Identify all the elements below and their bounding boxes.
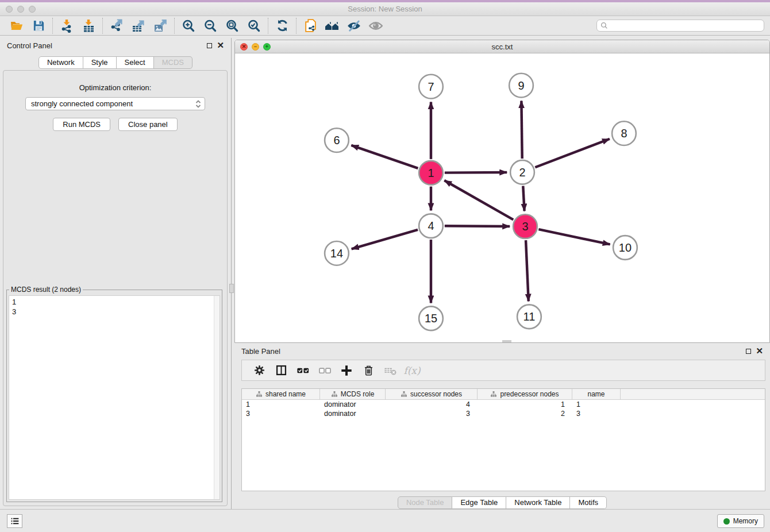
result-line: 1 <box>12 297 217 307</box>
panel-splitter-handle[interactable] <box>229 284 234 293</box>
overview-homes-icon[interactable] <box>321 18 343 34</box>
close-panel-icon[interactable]: ✕ <box>217 43 224 48</box>
add-row-icon[interactable] <box>338 363 355 379</box>
tab-edge-table[interactable]: Edge Table <box>452 496 506 509</box>
export-network-icon[interactable] <box>106 18 128 34</box>
graph-edge-2-9[interactable] <box>521 101 522 159</box>
control-panel: Control Panel ✕ Network Style Select MCD… <box>0 38 232 509</box>
search-input[interactable] <box>610 22 760 30</box>
memory-status-icon <box>723 518 730 525</box>
split-columns-icon[interactable] <box>273 363 289 379</box>
graph-node-14[interactable]: 14 <box>325 241 349 265</box>
mcds-tab-content: Optimization criterion: strongly connect… <box>3 70 228 506</box>
close-panel-button[interactable]: Close panel <box>118 118 178 131</box>
column-header-predecessor-nodes[interactable]: predecessor nodes <box>478 389 572 399</box>
cell-shared-name[interactable]: 3 <box>242 410 320 418</box>
graph-edge-2-8[interactable] <box>535 139 610 168</box>
column-header-mcds-role[interactable]: MCDS role <box>320 389 386 399</box>
zoom-selected-icon[interactable] <box>243 18 265 34</box>
search-box[interactable] <box>596 20 764 32</box>
tab-mcds[interactable]: MCDS <box>154 56 192 69</box>
task-history-button[interactable] <box>7 514 22 528</box>
tab-network[interactable]: Network <box>38 56 83 69</box>
graph-node-15[interactable]: 15 <box>419 306 443 330</box>
graph-edge-3-1[interactable] <box>444 180 513 219</box>
graph-edge-2-3[interactable] <box>523 186 524 211</box>
network-window-titlebar[interactable]: ✕ − + scc.txt <box>235 40 769 53</box>
mcds-result-text[interactable]: 1 3 <box>9 295 220 500</box>
column-header-shared-name[interactable]: shared name <box>242 389 320 399</box>
column-header-successor-nodes[interactable]: successor nodes <box>386 389 478 399</box>
graph-node-1[interactable]: 1 <box>419 161 443 185</box>
table-toolbar: f(x) <box>241 360 765 381</box>
cell-mcds-role[interactable]: dominator <box>320 400 386 408</box>
main-area: Control Panel ✕ Network Style Select MCD… <box>0 38 770 509</box>
cell-successor-nodes[interactable]: 4 <box>386 400 478 408</box>
zoom-out-icon[interactable] <box>199 18 221 34</box>
graph-node-6[interactable]: 6 <box>325 128 349 152</box>
tab-motifs[interactable]: Motifs <box>570 496 607 509</box>
graph-edge-4-3[interactable] <box>445 226 510 226</box>
export-table-icon[interactable] <box>128 18 149 34</box>
refresh-network-icon[interactable] <box>271 18 293 34</box>
deselect-all-columns-icon[interactable] <box>317 363 333 379</box>
mcds-result-title: MCDS result (2 nodes) <box>9 286 83 294</box>
graph-edge-3-11[interactable] <box>526 240 529 301</box>
result-scrollbar[interactable] <box>214 296 220 499</box>
float-table-panel-icon[interactable] <box>746 349 751 354</box>
memory-button[interactable]: Memory <box>717 514 764 528</box>
column-header-name[interactable]: name <box>572 389 621 399</box>
network-view-window: ✕ − + scc.txt 7968124314101511 <box>234 40 770 343</box>
import-table-icon[interactable] <box>78 18 99 34</box>
float-panel-icon[interactable] <box>207 43 212 48</box>
select-all-columns-icon[interactable] <box>295 363 311 379</box>
graph-edge-1-2[interactable] <box>445 172 507 173</box>
network-window-title: scc.txt <box>235 43 769 51</box>
cell-name[interactable]: 1 <box>572 400 621 408</box>
graph-edge-3-10[interactable] <box>538 229 610 244</box>
hide-details-icon[interactable] <box>343 18 365 34</box>
tab-node-table[interactable]: Node Table <box>398 496 453 509</box>
tab-style[interactable]: Style <box>83 56 117 69</box>
graph-node-label: 9 <box>518 79 524 92</box>
zoom-in-icon[interactable] <box>178 18 199 34</box>
export-image-icon[interactable] <box>149 18 171 34</box>
settings-gear-icon[interactable] <box>251 363 267 379</box>
canvas-hscrollbar-thumb[interactable] <box>502 340 511 342</box>
save-session-icon[interactable] <box>28 18 49 34</box>
network-graph[interactable]: 7968124314101511 <box>235 54 769 342</box>
graph-node-4[interactable]: 4 <box>419 214 443 238</box>
criterion-select[interactable]: strongly connected component <box>25 97 205 110</box>
cell-predecessor-nodes[interactable]: 2 <box>478 410 572 418</box>
delete-row-icon[interactable] <box>360 363 376 379</box>
toolbar-separator <box>102 18 103 34</box>
network-canvas[interactable]: 7968124314101511 <box>235 54 769 342</box>
open-session-icon[interactable] <box>6 18 28 34</box>
clone-network-icon[interactable] <box>299 18 321 34</box>
import-network-icon[interactable] <box>56 18 78 34</box>
cell-mcds-role[interactable]: dominator <box>320 410 386 418</box>
zoom-fit-icon[interactable] <box>221 18 243 34</box>
run-mcds-button[interactable]: Run MCDS <box>53 118 110 131</box>
graph-node-2[interactable]: 2 <box>510 160 534 184</box>
table-row[interactable]: 3 dominator 3 2 3 <box>242 409 765 418</box>
graph-node-7[interactable]: 7 <box>419 75 443 99</box>
cell-successor-nodes[interactable]: 3 <box>386 410 478 418</box>
graph-node-3[interactable]: 3 <box>513 214 537 238</box>
tab-network-table[interactable]: Network Table <box>506 496 570 509</box>
cell-shared-name[interactable]: 1 <box>242 400 320 408</box>
table-row[interactable]: 1 dominator 4 1 1 <box>242 400 765 409</box>
table-tabs: Node Table Edge Table Network Table Moti… <box>398 496 607 509</box>
graph-node-8[interactable]: 8 <box>612 121 636 145</box>
tab-select[interactable]: Select <box>117 56 154 69</box>
graph-edge-1-6[interactable] <box>351 145 418 168</box>
graph-node-11[interactable]: 11 <box>517 304 541 329</box>
graph-node-9[interactable]: 9 <box>509 74 533 98</box>
close-table-panel-icon[interactable]: ✕ <box>756 348 763 354</box>
optimization-criterion-label: Optimization criterion: <box>3 83 227 92</box>
cell-predecessor-nodes[interactable]: 1 <box>478 400 572 408</box>
cell-name[interactable]: 3 <box>572 410 621 418</box>
graph-edge-4-14[interactable] <box>352 230 418 249</box>
graph-node-10[interactable]: 10 <box>613 236 637 260</box>
column-type-icon <box>490 391 497 398</box>
